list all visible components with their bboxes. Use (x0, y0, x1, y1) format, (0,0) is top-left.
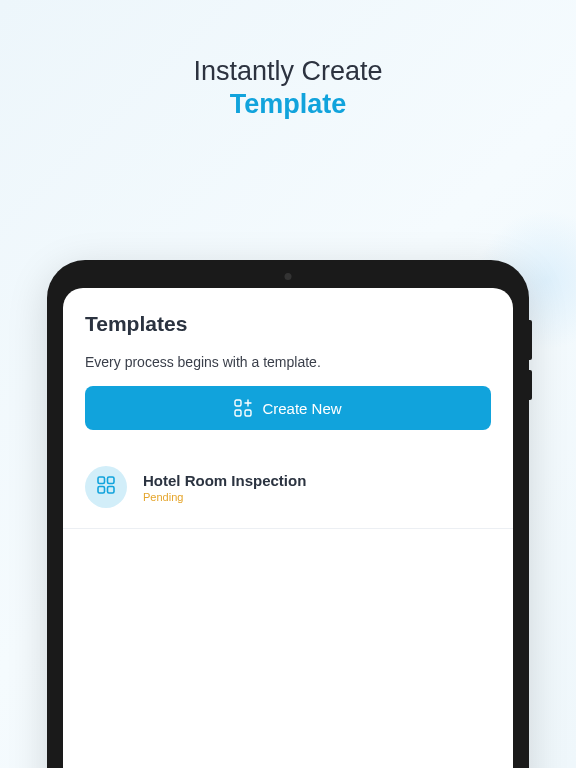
hero-line-1: Instantly Create (0, 56, 576, 87)
template-name: Hotel Room Inspection (143, 472, 306, 489)
template-text-block: Hotel Room Inspection Pending (143, 472, 306, 503)
create-new-button[interactable]: Create New (85, 386, 491, 430)
tablet-physical-button (529, 320, 532, 360)
svg-rect-0 (235, 400, 241, 406)
tablet-physical-button (529, 370, 532, 400)
svg-rect-4 (108, 477, 115, 484)
template-list-item[interactable]: Hotel Room Inspection Pending (63, 466, 513, 529)
hero-heading: Instantly Create Template (0, 0, 576, 160)
grid-plus-icon (234, 399, 252, 417)
grid-icon (96, 475, 116, 499)
svg-rect-5 (98, 487, 105, 494)
template-status: Pending (143, 491, 306, 503)
svg-rect-3 (98, 477, 105, 484)
tablet-frame: Templates Every process begins with a te… (47, 260, 529, 768)
page-subtitle: Every process begins with a template. (85, 354, 491, 370)
svg-rect-1 (235, 410, 241, 416)
hero-line-2: Template (0, 89, 576, 120)
svg-rect-6 (108, 487, 115, 494)
svg-rect-2 (245, 410, 251, 416)
create-new-label: Create New (262, 400, 341, 417)
tablet-screen: Templates Every process begins with a te… (63, 288, 513, 768)
template-icon-container (85, 466, 127, 508)
page-title: Templates (85, 312, 491, 336)
